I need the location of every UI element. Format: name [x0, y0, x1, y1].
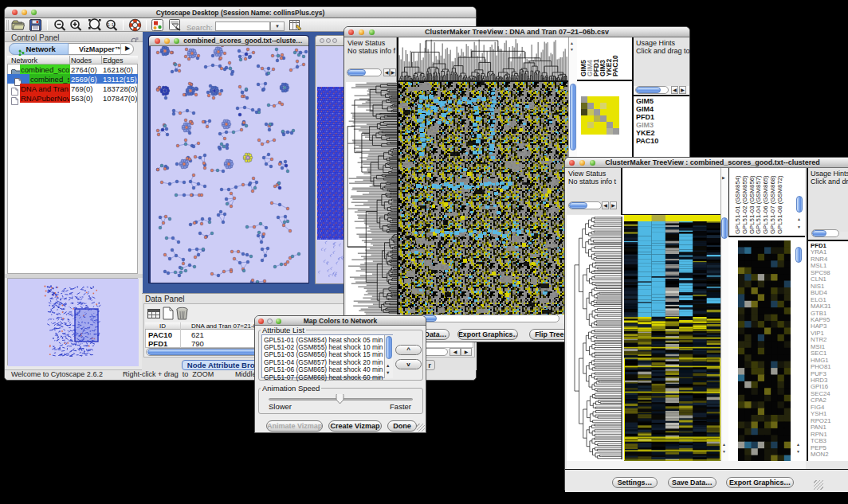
svg-text:1:1: 1:1 — [108, 22, 115, 27]
